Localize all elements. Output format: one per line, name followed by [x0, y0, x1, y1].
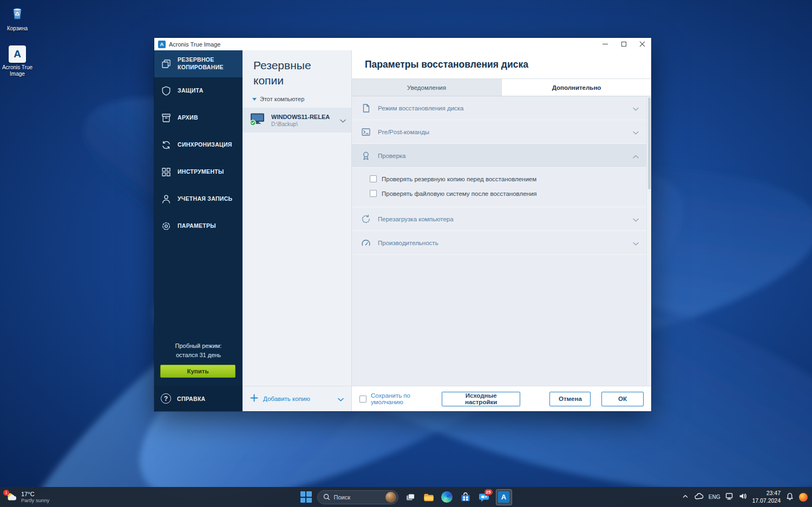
verify-backup-before-recovery-option[interactable]: Проверять резервную копию перед восстано… [352, 172, 646, 186]
checkbox-unchecked-icon[interactable] [359, 396, 366, 403]
section-computer-restart[interactable]: Перезагрузка компьютера [352, 207, 646, 231]
sidebar-item-tools[interactable]: ИНСТРУМЕНТЫ [154, 159, 243, 186]
checkbox-unchecked-icon[interactable] [370, 175, 377, 182]
taskbar-search[interactable]: Поиск [317, 490, 398, 504]
sidebar-item-label: ИНСТРУМЕНТЫ [178, 168, 224, 176]
plus-icon [250, 394, 258, 404]
taskbar-weather-widget[interactable]: 1 17°C Partly sunny [5, 491, 49, 503]
add-backup-row[interactable]: Добавить копию [243, 386, 351, 411]
tab-notifications[interactable]: Уведомления [352, 79, 501, 96]
folder-icon [423, 491, 435, 503]
sidebar-item-sync[interactable]: СИНХРОНИЗАЦИЯ [154, 131, 243, 159]
buy-button[interactable]: Купить [160, 365, 235, 378]
backups-group-this-computer[interactable]: Этот компьютер [252, 96, 351, 102]
sidebar-item-protection[interactable]: ЗАЩИТА [154, 77, 243, 104]
time: 23:47 [752, 490, 781, 497]
section-performance[interactable]: Производительность [352, 231, 646, 255]
sidebar-item-backup[interactable]: РЕЗЕРВНОЕ КОПИРОВАНИЕ [154, 50, 243, 77]
validation-options: Проверять резервную копию перед восстано… [352, 168, 646, 207]
backup-list-item[interactable]: WINDOWS11-RELEA D:\Backup\ [243, 108, 351, 133]
maximize-button[interactable] [614, 38, 633, 50]
task-view-button[interactable] [404, 491, 417, 504]
account-icon [161, 194, 172, 205]
edge-browser-button[interactable] [441, 491, 454, 504]
sidebar-item-label: СИНХРОНИЗАЦИЯ [178, 141, 232, 149]
start-button[interactable] [300, 491, 312, 503]
cancel-button[interactable]: Отмена [549, 392, 591, 406]
sidebar-item-account[interactable]: УЧЕТНАЯ ЗАПИСЬ [154, 186, 243, 213]
backup-path: D:\Backup\ [271, 121, 335, 127]
microsoft-store-button[interactable] [459, 491, 472, 504]
sidebar-item-label: УЧЕТНАЯ ЗАПИСЬ [178, 195, 232, 203]
computer-monitor-icon [249, 112, 266, 129]
recovery-options-panel: Параметры восстановления диска Уведомлен… [352, 50, 651, 411]
task-view-icon [405, 492, 416, 503]
scrollbar-thumb[interactable] [648, 97, 651, 189]
close-button[interactable] [633, 38, 651, 50]
check-filesystem-after-recovery-option[interactable]: Проверять файловую систему после восстан… [352, 186, 646, 201]
language-indicator[interactable]: ENG [709, 494, 721, 500]
onedrive-tray-icon[interactable] [694, 492, 704, 502]
shield-icon [161, 85, 172, 96]
file-explorer-button[interactable] [422, 491, 435, 504]
desktop-icon-recycle-bin[interactable]: Корзина [0, 4, 35, 32]
weather-icon: 1 [5, 491, 17, 503]
notifications-button[interactable] [785, 492, 794, 503]
notification-badge: 1 [3, 490, 9, 496]
scrollbar[interactable] [646, 96, 651, 386]
cloud-icon [694, 492, 704, 500]
acronis-titlebar-icon [158, 41, 166, 48]
options-footer: Сохранить по умолчанию Исходные настройк… [352, 386, 651, 411]
sidebar-item-label: ПАРАМЕТРЫ [178, 222, 216, 230]
network-tray-icon[interactable] [725, 492, 734, 503]
acronis-app-icon [498, 491, 509, 503]
ethernet-icon [725, 492, 734, 501]
show-hidden-icons-button[interactable] [682, 492, 689, 502]
document-icon [361, 103, 371, 114]
tab-advanced[interactable]: Дополнительно [501, 79, 651, 96]
reset-defaults-button[interactable]: Исходные настройки [442, 392, 520, 406]
taskbar-clock[interactable]: 23:47 17.07.2024 [752, 490, 781, 504]
minimize-button[interactable] [596, 38, 614, 50]
desktop-icon-acronis[interactable]: Acronis True Image [0, 45, 35, 77]
widgets-tray-icon[interactable] [799, 493, 808, 502]
minimize-icon [603, 44, 608, 44]
section-pre-post-commands[interactable]: Pre/Post-команды [352, 120, 646, 144]
bell-icon [785, 492, 794, 501]
backups-panel-title: Резервные копии [243, 50, 329, 88]
terminal-icon [361, 127, 371, 137]
acronis-taskbar-button[interactable] [496, 489, 512, 505]
chat-unread-badge: 25 [484, 489, 493, 496]
chevron-down-icon[interactable] [340, 115, 346, 125]
restart-icon [361, 214, 371, 225]
window-titlebar[interactable]: Acronis True Image [154, 38, 651, 50]
sidebar-item-settings[interactable]: ПАРАМЕТРЫ [154, 213, 243, 240]
recycle-bin-icon [9, 4, 26, 24]
trial-status: Пробный режим: остался 31 день [154, 341, 243, 360]
acronis-window: Acronis True Image РЕЗЕРВНОЕ КОПИРОВАНИЕ [154, 38, 651, 411]
close-icon [639, 41, 645, 47]
chevron-down-icon[interactable] [338, 394, 344, 404]
sidebar-item-help[interactable]: СПРАВКА [154, 386, 243, 411]
ok-button[interactable]: ОК [601, 392, 644, 406]
gauge-icon [361, 238, 371, 248]
sidebar-item-label: АРХИВ [178, 114, 198, 122]
save-as-default-option[interactable]: Сохранить по умолчанию [359, 392, 437, 405]
chevron-down-icon [633, 238, 639, 248]
sidebar: РЕЗЕРВНОЕ КОПИРОВАНИЕ ЗАЩИТА АРХИВ [154, 50, 243, 411]
user-avatar[interactable] [385, 492, 396, 503]
chevron-down-icon [633, 214, 639, 224]
taskbar: 1 17°C Partly sunny Поиск [0, 487, 812, 507]
maximize-icon [621, 42, 626, 47]
volume-tray-icon[interactable] [738, 492, 747, 503]
section-validation[interactable]: Проверка [352, 144, 646, 168]
options-tabs: Уведомления Дополнительно [352, 78, 651, 96]
checkbox-unchecked-icon[interactable] [370, 190, 377, 197]
section-disk-recovery-mode[interactable]: Режим восстановления диска [352, 96, 646, 120]
chat-button[interactable]: 25 [477, 491, 490, 504]
chevron-down-icon [252, 98, 257, 101]
window-title: Acronis True Image [169, 41, 220, 48]
chevron-down-icon [633, 103, 639, 113]
store-bag-icon [460, 491, 472, 503]
sidebar-item-archive[interactable]: АРХИВ [154, 104, 243, 131]
